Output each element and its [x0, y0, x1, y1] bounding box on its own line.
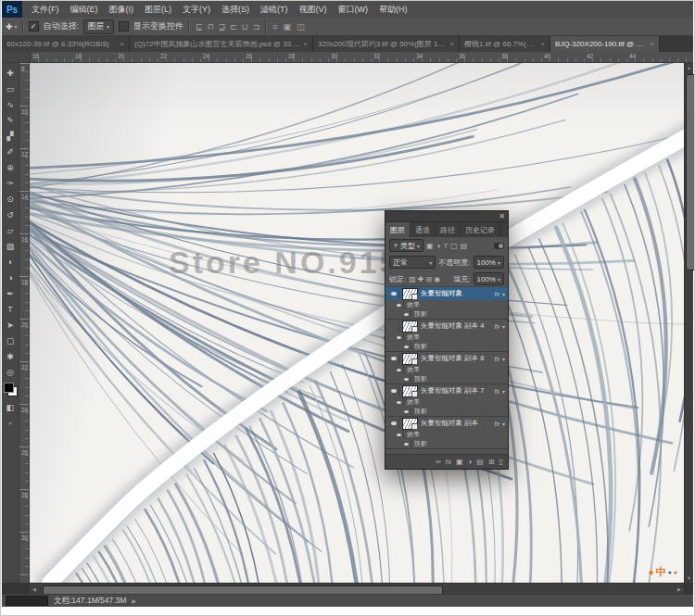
close-tab-icon[interactable]: ×: [303, 40, 308, 48]
fx-badge[interactable]: fx: [495, 356, 499, 362]
drop-shadow-row[interactable]: 投影: [385, 374, 508, 383]
marquee-tool[interactable]: ▭: [3, 81, 19, 96]
eyedropper-tool[interactable]: ✐: [3, 144, 19, 159]
tab-history[interactable]: 历史记录: [461, 222, 500, 237]
quick-mask-icon[interactable]: ◧: [3, 399, 19, 415]
layer-group-icon[interactable]: ▤: [476, 458, 484, 466]
crop-tool[interactable]: ▞: [3, 128, 19, 144]
type-tool[interactable]: T: [3, 301, 19, 317]
move-tool[interactable]: ✚: [3, 65, 19, 81]
color-swatches[interactable]: [4, 383, 18, 396]
shape-tool[interactable]: ▢: [3, 333, 19, 348]
visibility-toggle[interactable]: [402, 440, 411, 447]
visibility-toggle[interactable]: [388, 419, 399, 429]
eraser-tool[interactable]: ▱: [3, 222, 19, 238]
pen-tool[interactable]: ✒: [3, 285, 19, 301]
menu-item[interactable]: 窗口(W): [333, 1, 374, 18]
tab-paths[interactable]: 路径: [436, 222, 461, 237]
collapse-effects-icon[interactable]: ▾: [502, 291, 505, 297]
document-tab[interactable]: 樱桃1.tif @ 66.7%(RGB/8)×: [460, 36, 550, 52]
menu-item[interactable]: 文件(F): [26, 1, 65, 18]
layer-thumbnail[interactable]: [402, 353, 418, 365]
fx-badge[interactable]: fx: [495, 291, 499, 297]
filter-toggle[interactable]: [494, 243, 504, 249]
history-brush-tool[interactable]: ↺: [3, 207, 19, 222]
auto-select-target-dropdown[interactable]: 图层 ▾: [83, 19, 114, 34]
lock-transparency-icon[interactable]: ▨: [409, 275, 416, 283]
layer-thumbnail[interactable]: [402, 321, 418, 333]
align-left-edges-icon[interactable]: ⊑: [195, 22, 204, 31]
zoom-field[interactable]: [6, 596, 48, 606]
visibility-toggle[interactable]: [395, 398, 404, 406]
visibility-toggle[interactable]: [395, 333, 404, 341]
zoom-tool[interactable]: ◎: [3, 364, 19, 380]
arrange-icon[interactable]: ◫: [296, 22, 306, 31]
layer-row[interactable]: 矢量智能对象 副本fx▾: [385, 417, 508, 430]
visibility-toggle[interactable]: [388, 386, 399, 396]
horizontal-scrollbar[interactable]: ◀ ▶: [30, 583, 684, 594]
drop-shadow-row[interactable]: 投影: [385, 407, 508, 416]
close-tab-icon[interactable]: ×: [540, 40, 545, 48]
collapse-effects-icon[interactable]: ▾: [502, 356, 505, 362]
adjustment-layer-icon[interactable]: ◑: [467, 458, 472, 466]
layer-row[interactable]: 矢量智能对象fx▾: [385, 287, 508, 300]
visibility-toggle[interactable]: [402, 343, 411, 350]
gradient-tool[interactable]: ▨: [3, 238, 19, 254]
auto-select-checkbox[interactable]: ✓: [29, 21, 39, 31]
new-layer-icon[interactable]: ⊞: [488, 458, 495, 466]
document-canvas[interactable]: [30, 63, 684, 583]
align-vertical-centers-icon[interactable]: ⊔: [241, 22, 249, 31]
menu-item[interactable]: 视图(V): [294, 1, 333, 18]
scroll-right-icon[interactable]: ▶: [675, 584, 684, 594]
visibility-toggle[interactable]: [388, 321, 399, 332]
drop-shadow-row[interactable]: 投影: [385, 342, 508, 351]
drop-shadow-row[interactable]: 投影: [385, 309, 508, 319]
document-tab[interactable]: 320x200现代简约3.tif @ 50%(图层 13, RGB/8)×: [313, 36, 460, 52]
menu-item[interactable]: 图层(L): [139, 1, 177, 18]
canvas-area[interactable]: Store NO.915595: [30, 63, 684, 583]
link-layers-icon[interactable]: ∞: [436, 458, 441, 466]
scroll-up-icon[interactable]: ▲: [685, 63, 693, 72]
layer-mask-icon[interactable]: ▣: [456, 458, 463, 466]
menu-item[interactable]: 图像(I): [104, 1, 140, 18]
tool-preset-dropdown[interactable]: ✚ ▾: [6, 22, 18, 31]
scroll-down-icon[interactable]: ▼: [685, 573, 693, 583]
fx-badge[interactable]: fx: [495, 388, 499, 395]
menu-item[interactable]: 帮助(H): [373, 1, 413, 18]
document-tab[interactable]: 60x120-39.tif @ 8.33%(RGB/8)×: [2, 36, 130, 52]
healing-brush-tool[interactable]: ⊕: [3, 159, 19, 175]
filter-type-layers-icon[interactable]: T: [443, 242, 448, 250]
visibility-toggle[interactable]: [395, 366, 404, 373]
quick-selection-tool[interactable]: ✎: [3, 112, 19, 128]
visibility-toggle[interactable]: [402, 375, 411, 383]
layer-thumbnail[interactable]: [402, 288, 418, 300]
lock-all-icon[interactable]: ◉: [434, 275, 440, 283]
layer-thumbnail[interactable]: [402, 418, 418, 430]
filter-smart-objects-icon[interactable]: ▤: [461, 242, 468, 250]
blend-mode-dropdown[interactable]: 正常 ▾: [389, 256, 436, 269]
effects-row[interactable]: 效果: [385, 397, 508, 407]
filter-adjustment-layers-icon[interactable]: ◑: [436, 242, 441, 250]
visibility-toggle[interactable]: [402, 408, 411, 415]
filter-shape-layers-icon[interactable]: ▢: [450, 242, 458, 250]
close-tab-icon[interactable]: ×: [120, 40, 124, 48]
fill-dropdown[interactable]: 100% ▾: [474, 272, 504, 285]
visibility-toggle[interactable]: [395, 301, 404, 308]
clone-stamp-tool[interactable]: ⊙: [3, 191, 19, 207]
vertical-scroll-thumb[interactable]: [686, 74, 695, 270]
visibility-toggle[interactable]: [388, 354, 399, 364]
document-tab[interactable]: BJQ-320X200-190.tif @ 100%(图层 1, RGB/8)×: [550, 36, 660, 52]
status-expand-icon[interactable]: ▶: [132, 597, 136, 604]
fx-badge[interactable]: fx: [495, 323, 499, 330]
close-tab-icon[interactable]: ×: [449, 40, 454, 48]
screen-mode-icon[interactable]: ▫: [3, 415, 19, 431]
delete-layer-icon[interactable]: ▯: [499, 458, 503, 466]
filter-pixel-layers-icon[interactable]: ▣: [426, 242, 434, 250]
layer-row[interactable]: 矢量智能对象 副本 7fx▾: [385, 384, 508, 397]
blur-tool[interactable]: ◗: [3, 254, 19, 270]
layer-thumbnail[interactable]: [402, 385, 418, 397]
opacity-dropdown[interactable]: 100% ▾: [474, 256, 504, 269]
collapse-effects-icon[interactable]: ▾: [502, 421, 505, 427]
align-horizontal-centers-icon[interactable]: ⊓: [207, 22, 215, 31]
distribute-icon[interactable]: ≡: [272, 22, 278, 31]
